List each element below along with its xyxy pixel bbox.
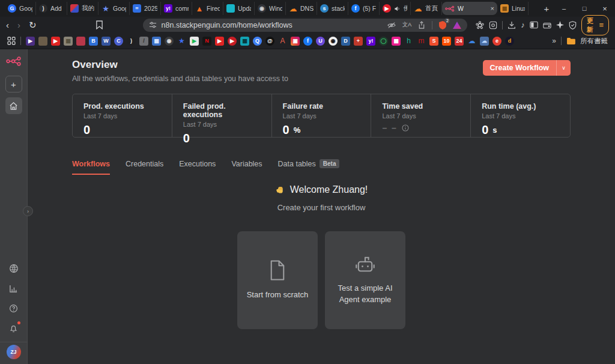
tab-close-icon[interactable]: × xyxy=(491,5,494,12)
browser-tab[interactable]: ☁DNS xyxy=(286,2,317,15)
all-bookmarks-label[interactable]: 所有書籤 xyxy=(580,37,608,46)
browser-menu-button[interactable]: 更新 ≡ xyxy=(581,15,609,35)
tab-credentials[interactable]: Credentials xyxy=(126,160,163,175)
bookmark-favicon[interactable]: ▶ xyxy=(215,37,224,46)
site-settings-icon[interactable] xyxy=(149,21,157,29)
bookmark-favicon[interactable]: D xyxy=(341,37,350,46)
insights-icon[interactable] xyxy=(6,281,22,296)
privacy-shield-icon[interactable] xyxy=(569,21,577,29)
bookmarks-overflow-icon[interactable]: » xyxy=(552,37,556,45)
bookmark-favicon[interactable]: W xyxy=(101,37,111,46)
bookmark-favicon[interactable]: 10 xyxy=(442,37,451,46)
bookmark-favicon[interactable]: ◉ xyxy=(329,37,338,46)
bookmark-favicon[interactable]: 24 xyxy=(455,37,464,46)
bookmark-favicon[interactable]: d xyxy=(505,37,514,46)
bookmark-flag-icon[interactable] xyxy=(95,20,103,29)
tab-workflows[interactable]: Workflows xyxy=(72,160,110,175)
browser-tab[interactable]: GGoog xyxy=(5,2,36,15)
sparkle-icon[interactable] xyxy=(556,21,564,29)
wallet-icon[interactable] xyxy=(543,22,551,29)
browser-tab[interactable]: )Add xyxy=(36,2,67,15)
whats-new-bell-icon[interactable] xyxy=(6,320,22,336)
bookmark-favicon[interactable]: ☁ xyxy=(480,37,489,46)
bookmark-favicon[interactable]: m xyxy=(417,37,426,46)
browser-tab-active[interactable]: W× xyxy=(442,2,497,15)
eye-off-icon[interactable] xyxy=(387,22,396,29)
bookmark-favicon[interactable]: @ xyxy=(265,37,274,46)
bookmark-favicon[interactable]: + xyxy=(354,37,363,46)
bookmark-favicon[interactable]: ★ xyxy=(177,37,186,46)
back-icon[interactable]: ‹ xyxy=(6,20,9,29)
browser-tab[interactable]: ▦Linux xyxy=(497,2,529,15)
reload-icon[interactable]: ↻ xyxy=(29,20,37,29)
split-screen-icon[interactable] xyxy=(530,21,538,29)
avatar[interactable]: ZJ xyxy=(7,345,21,359)
share-icon[interactable] xyxy=(418,21,425,29)
add-workflow-button[interactable]: + xyxy=(5,76,22,93)
bookmark-favicon[interactable]: ▦ xyxy=(64,37,73,46)
bookmark-favicon[interactable]: C xyxy=(114,37,123,46)
adblock-shield-icon[interactable]: 2 xyxy=(439,21,446,29)
bookmark-favicon[interactable]: ◯ xyxy=(379,37,388,46)
bookmark-favicon[interactable]: A xyxy=(278,37,287,46)
side-panel-grid-icon[interactable] xyxy=(7,37,16,45)
bookmark-favicon[interactable]: B xyxy=(89,37,98,46)
translate-icon[interactable]: 文A xyxy=(402,21,412,29)
sidebar-collapse-button[interactable]: › xyxy=(23,206,33,216)
tab-variables[interactable]: Variables xyxy=(231,160,262,175)
download-icon[interactable] xyxy=(507,21,516,29)
browser-tab[interactable]: ▲Firec xyxy=(192,2,223,15)
address-bar[interactable]: n8n.stackpenguin.com/home/workflows 文A 2 xyxy=(143,19,468,32)
browser-tab[interactable]: ★Goog xyxy=(98,2,130,15)
create-workflow-button[interactable]: Create Workflow ∨ xyxy=(483,60,571,76)
bookmark-favicon[interactable]: ◉ xyxy=(165,37,174,46)
sidebar-item-home[interactable] xyxy=(5,97,22,114)
bookmark-favicon[interactable]: ☁ xyxy=(467,37,476,46)
start-from-scratch-card[interactable]: Start from scratch xyxy=(237,231,318,329)
browser-tab[interactable]: ▶佛 xyxy=(380,2,411,15)
browser-tab[interactable]: sstack xyxy=(317,2,348,15)
browser-tab[interactable]: y!comm xyxy=(161,2,192,15)
bookmark-favicon[interactable]: ) xyxy=(127,37,136,46)
new-tab-button[interactable]: + xyxy=(539,1,554,16)
browser-tab[interactable]: ☁首頁 xyxy=(411,2,442,15)
bookmark-favicon[interactable]: e xyxy=(492,37,501,46)
help-icon[interactable] xyxy=(6,300,22,316)
tab-data-tables[interactable]: Data tables Beta xyxy=(278,159,340,175)
bookmark-favicon[interactable]: ▦ xyxy=(240,37,249,46)
templates-icon[interactable] xyxy=(6,261,22,276)
browser-tab[interactable]: 我的 xyxy=(67,2,98,15)
bookmark-favicon[interactable]: ▦ xyxy=(152,37,161,46)
browser-tab[interactable]: =2025 xyxy=(130,2,161,15)
bookmark-favicon[interactable]: U xyxy=(316,37,325,46)
media-icon[interactable]: ♪ xyxy=(521,20,525,29)
bookmark-favicon[interactable]: N xyxy=(202,37,211,46)
browser-tab[interactable]: ◉Wind xyxy=(255,2,286,15)
url-text[interactable]: n8n.stackpenguin.com/home/workflows xyxy=(162,21,383,29)
bookmark-favicon[interactable]: ▶ xyxy=(228,37,237,46)
bookmark-favicon[interactable]: ▶ xyxy=(26,37,35,46)
bookmark-favicon[interactable]: f xyxy=(303,37,312,46)
bookmark-favicon[interactable]: ▶ xyxy=(190,37,199,46)
bookmark-favicon[interactable] xyxy=(76,37,85,46)
audio-playing-icon[interactable] xyxy=(394,5,401,12)
screenshot-icon[interactable] xyxy=(489,21,497,29)
browser-tab[interactable]: Upda xyxy=(223,2,255,15)
tab-executions[interactable]: Executions xyxy=(179,160,216,175)
bookmark-favicon[interactable]: ▶ xyxy=(51,37,60,46)
bookmark-favicon[interactable]: y! xyxy=(366,37,375,46)
chevron-down-icon[interactable]: ∨ xyxy=(556,60,571,76)
bookmark-favicon[interactable]: ▣ xyxy=(291,37,300,46)
browser-tab[interactable]: f(5) Fa xyxy=(348,2,380,15)
bookmark-favicon[interactable]: / xyxy=(139,37,148,46)
info-icon[interactable] xyxy=(402,124,409,132)
triangle-extension-icon[interactable] xyxy=(453,22,461,29)
extensions-icon[interactable] xyxy=(476,21,484,29)
bookmark-favicon[interactable]: S xyxy=(429,37,438,46)
forward-icon[interactable]: › xyxy=(17,20,20,29)
bookmark-favicon[interactable]: ▦ xyxy=(392,37,401,46)
bookmark-favicon[interactable]: h xyxy=(404,37,413,46)
bookmark-favicon[interactable] xyxy=(38,37,47,46)
bookmark-favicon[interactable]: Q xyxy=(253,37,262,46)
ai-agent-example-card[interactable]: Test a simple AI Agent example xyxy=(325,231,405,329)
